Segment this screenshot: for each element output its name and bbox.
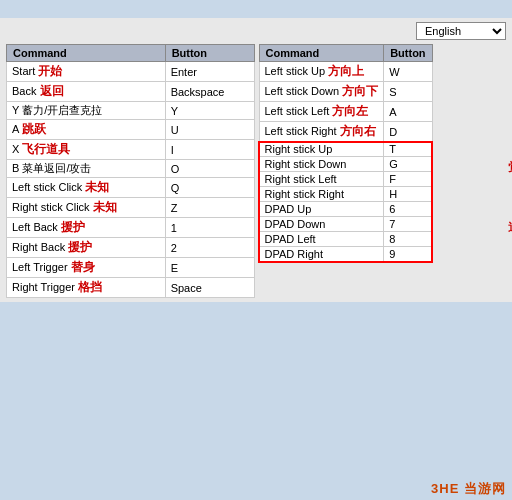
left-table-row: Y 蓄力/开启查克拉Y bbox=[7, 102, 255, 120]
right-command-cell: Left stick Right 方向右 bbox=[259, 122, 384, 142]
right-table-row: Left stick Right 方向右D bbox=[259, 122, 432, 142]
right-table-row: Left stick Left 方向左A bbox=[259, 102, 432, 122]
right-button-cell: T bbox=[384, 142, 432, 157]
right-button-cell: 8 bbox=[384, 232, 432, 247]
right-command-cell: DPAD Down bbox=[259, 217, 384, 232]
right-command-cell: Left stick Up 方向上 bbox=[259, 62, 384, 82]
right-button-cell: G bbox=[384, 157, 432, 172]
left-table-row: Right Back 援护2 bbox=[7, 238, 255, 258]
left-button-cell: Q bbox=[165, 178, 254, 198]
left-button-cell: 2 bbox=[165, 238, 254, 258]
right-button-cell: S bbox=[384, 82, 432, 102]
right-col-command: Command bbox=[259, 45, 384, 62]
left-button-cell: O bbox=[165, 160, 254, 178]
left-table-row: Start 开始Enter bbox=[7, 62, 255, 82]
left-command-cell: Right stick Click 未知 bbox=[7, 198, 166, 218]
right-table-row: DPAD Down7 bbox=[259, 217, 432, 232]
left-command-cell: Start 开始 bbox=[7, 62, 166, 82]
left-col-button: Button bbox=[165, 45, 254, 62]
main-content: English Command Button Start 开始EnterBack… bbox=[0, 18, 512, 302]
title-banner bbox=[0, 0, 512, 10]
left-table: Command Button Start 开始EnterBack 返回Backs… bbox=[6, 44, 255, 298]
select-layout-area: English bbox=[412, 22, 506, 40]
right-table-row: DPAD Up6 bbox=[259, 202, 432, 217]
left-col-command: Command bbox=[7, 45, 166, 62]
right-button-cell: F bbox=[384, 172, 432, 187]
left-button-cell: E bbox=[165, 258, 254, 278]
annotation-juexing: 觉醒按键 bbox=[508, 159, 512, 176]
left-button-cell: 1 bbox=[165, 218, 254, 238]
right-command-cell: Right stick Down bbox=[259, 157, 384, 172]
left-table-row: A 跳跃U bbox=[7, 120, 255, 140]
left-command-cell: Left Trigger 替身 bbox=[7, 258, 166, 278]
left-table-row: Left Trigger 替身E bbox=[7, 258, 255, 278]
left-button-cell: Enter bbox=[165, 62, 254, 82]
right-button-cell: 9 bbox=[384, 247, 432, 262]
right-table: Command Button Left stick Up 方向上WLeft st… bbox=[259, 44, 433, 262]
left-table-row: B 菜单返回/攻击O bbox=[7, 160, 255, 178]
right-table-row: Right stick LeftF bbox=[259, 172, 432, 187]
right-table-wrapper: Command Button Left stick Up 方向上WLeft st… bbox=[259, 44, 507, 298]
left-button-cell: Space bbox=[165, 278, 254, 298]
right-command-cell: DPAD Left bbox=[259, 232, 384, 247]
right-command-cell: Left stick Left 方向左 bbox=[259, 102, 384, 122]
left-button-cell: I bbox=[165, 140, 254, 160]
right-button-cell: A bbox=[384, 102, 432, 122]
right-table-row: Left stick Up 方向上W bbox=[259, 62, 432, 82]
left-table-row: Right stick Click 未知Z bbox=[7, 198, 255, 218]
left-command-cell: Y 蓄力/开启查克拉 bbox=[7, 102, 166, 120]
left-command-cell: B 菜单返回/攻击 bbox=[7, 160, 166, 178]
left-command-cell: Left Back 援护 bbox=[7, 218, 166, 238]
right-table-row: Right stick UpT bbox=[259, 142, 432, 157]
left-table-row: Right Trigger 格挡Space bbox=[7, 278, 255, 298]
left-table-row: Left stick Click 未知Q bbox=[7, 178, 255, 198]
right-button-cell: D bbox=[384, 122, 432, 142]
right-command-cell: Right stick Left bbox=[259, 172, 384, 187]
right-table-row: Right stick RightH bbox=[259, 187, 432, 202]
left-command-cell: Left stick Click 未知 bbox=[7, 178, 166, 198]
right-table-row: Right stick DownG bbox=[259, 157, 432, 172]
left-table-row: X 飞行道具I bbox=[7, 140, 255, 160]
right-command-cell: Right stick Up bbox=[259, 142, 384, 157]
right-button-cell: W bbox=[384, 62, 432, 82]
left-table-row: Back 返回Backspace bbox=[7, 82, 255, 102]
controller-info bbox=[0, 10, 512, 14]
left-command-cell: Right Back 援护 bbox=[7, 238, 166, 258]
left-command-cell: A 跳跃 bbox=[7, 120, 166, 140]
left-command-cell: Right Trigger 格挡 bbox=[7, 278, 166, 298]
right-command-cell: DPAD Right bbox=[259, 247, 384, 262]
right-command-cell: Left stick Down 方向下 bbox=[259, 82, 384, 102]
left-button-cell: Backspace bbox=[165, 82, 254, 102]
left-command-cell: X 飞行道具 bbox=[7, 140, 166, 160]
right-col-button: Button bbox=[384, 45, 432, 62]
left-table-row: Left Back 援护1 bbox=[7, 218, 255, 238]
right-button-cell: 6 bbox=[384, 202, 432, 217]
left-button-cell: U bbox=[165, 120, 254, 140]
left-button-cell: Z bbox=[165, 198, 254, 218]
top-row: English bbox=[6, 22, 506, 40]
left-command-cell: Back 返回 bbox=[7, 82, 166, 102]
right-button-cell: H bbox=[384, 187, 432, 202]
right-table-row: DPAD Left8 bbox=[259, 232, 432, 247]
annotation-daoju: 道具按键 bbox=[508, 219, 512, 236]
watermark: 3HE 当游网 bbox=[431, 480, 506, 498]
right-table-row: Left stick Down 方向下S bbox=[259, 82, 432, 102]
right-table-row: DPAD Right9 bbox=[259, 247, 432, 262]
left-button-cell: Y bbox=[165, 102, 254, 120]
right-command-cell: DPAD Up bbox=[259, 202, 384, 217]
tables-wrapper: Command Button Start 开始EnterBack 返回Backs… bbox=[6, 44, 506, 298]
right-command-cell: Right stick Right bbox=[259, 187, 384, 202]
layout-select[interactable]: English bbox=[416, 22, 506, 40]
right-button-cell: 7 bbox=[384, 217, 432, 232]
